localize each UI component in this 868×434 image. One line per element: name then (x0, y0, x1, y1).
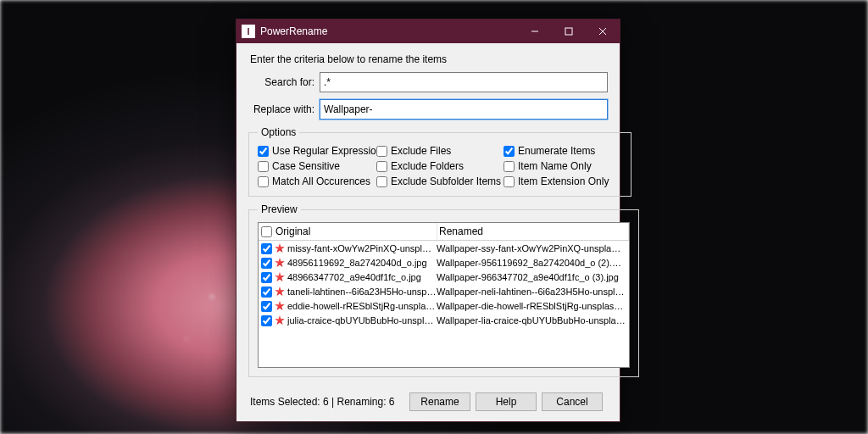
original-name: 48966347702_a9e40df1fc_o.jpg (287, 272, 437, 282)
original-name: eddie-howell-rRESblStjRg-unsplash.jpg (287, 301, 437, 311)
window-title: PowerRename (260, 25, 518, 37)
preview-row[interactable]: 48966347702_a9e40df1fc_o.jpgWallpaper-96… (259, 270, 629, 284)
row-checkbox[interactable] (261, 287, 272, 298)
app-icon: I (242, 25, 255, 38)
preview-row[interactable]: taneli-lahtinen--6i6a23H5Ho-unsplas…Wall… (259, 284, 629, 298)
options-group: Options Use Regular Expressions Exclude … (248, 126, 632, 197)
svg-rect-1 (565, 28, 572, 35)
row-checkbox[interactable] (261, 243, 272, 254)
options-legend: Options (258, 126, 299, 138)
renamed-name: Wallpaper-die-howell-rRESblStjRg-unsplas… (437, 301, 629, 311)
preview-list[interactable]: Original Renamed missy-fant-xOwYw2PinXQ-… (258, 222, 630, 368)
cancel-button[interactable]: Cancel (542, 392, 603, 411)
row-checkbox[interactable] (261, 258, 272, 269)
close-button[interactable] (586, 19, 620, 43)
renamed-name: Wallpaper-966347702_a9e40df1fc_o (3).jpg (437, 272, 629, 282)
renamed-name: Wallpaper-lia-craice-qbUYUbBubHo-unspla… (437, 315, 629, 326)
option-enumerate[interactable]: Enumerate Items (504, 145, 622, 157)
search-label: Search for: (248, 76, 314, 88)
header-checkbox[interactable] (261, 226, 272, 237)
option-exclude-folders[interactable]: Exclude Folders (376, 160, 504, 172)
row-checkbox[interactable] (261, 272, 272, 283)
row-checkbox[interactable] (261, 301, 272, 312)
preview-legend: Preview (258, 203, 301, 215)
option-match-all[interactable]: Match All Occurences (258, 175, 376, 187)
replace-input[interactable] (320, 99, 608, 120)
file-icon (274, 300, 286, 312)
file-icon (274, 286, 286, 298)
file-icon (274, 314, 286, 326)
column-original[interactable]: Original (274, 223, 437, 240)
option-extension-only[interactable]: Item Extension Only (504, 175, 622, 187)
minimize-button[interactable] (518, 19, 552, 43)
renamed-name: Wallpaper-neli-lahtinen--6i6a23H5Ho-unsp… (437, 287, 629, 297)
file-icon (274, 271, 286, 283)
preview-row[interactable]: julia-craice-qbUYUbBubHo-unsplash.jpgWal… (259, 313, 629, 327)
replace-label: Replace with: (248, 103, 314, 115)
rename-button[interactable]: Rename (409, 392, 470, 411)
column-renamed[interactable]: Renamed (437, 223, 629, 240)
renamed-name: Wallpaper-ssy-fant-xOwYw2PinXQ-unspla… (437, 243, 629, 253)
search-input[interactable] (320, 72, 608, 92)
option-case-sensitive[interactable]: Case Sensitive (258, 160, 376, 172)
original-name: julia-craice-qbUYUbBubHo-unsplash.jpg (287, 315, 437, 326)
powerrename-window: I PowerRename Enter the criteria below t… (236, 19, 620, 422)
preview-row[interactable]: 48956119692_8a2742040d_o.jpgWallpaper-95… (259, 255, 629, 270)
original-name: taneli-lahtinen--6i6a23H5Ho-unsplas… (287, 287, 437, 297)
preview-row[interactable]: eddie-howell-rRESblStjRg-unsplash.jpgWal… (259, 298, 629, 313)
preview-group: Preview Original Renamed missy-fant-xOwY… (248, 203, 639, 377)
maximize-button[interactable] (552, 19, 586, 43)
option-exclude-files[interactable]: Exclude Files (376, 145, 504, 157)
preview-row[interactable]: missy-fant-xOwYw2PinXQ-unsplash …Wallpap… (259, 241, 629, 255)
option-exclude-subfolder[interactable]: Exclude Subfolder Items (376, 175, 504, 187)
option-name-only[interactable]: Item Name Only (504, 160, 622, 172)
option-regex[interactable]: Use Regular Expressions (258, 145, 376, 157)
help-button[interactable]: Help (476, 392, 537, 411)
status-text: Items Selected: 6 | Renaming: 6 (250, 396, 404, 408)
file-icon (274, 242, 286, 254)
original-name: missy-fant-xOwYw2PinXQ-unsplash … (287, 243, 437, 253)
file-icon (274, 257, 286, 269)
instruction-text: Enter the criteria below to rename the i… (250, 53, 608, 65)
renamed-name: Wallpaper-956119692_8a2742040d_o (2).… (437, 258, 629, 268)
row-checkbox[interactable] (261, 315, 272, 326)
titlebar[interactable]: I PowerRename (236, 19, 620, 43)
original-name: 48956119692_8a2742040d_o.jpg (287, 258, 437, 268)
